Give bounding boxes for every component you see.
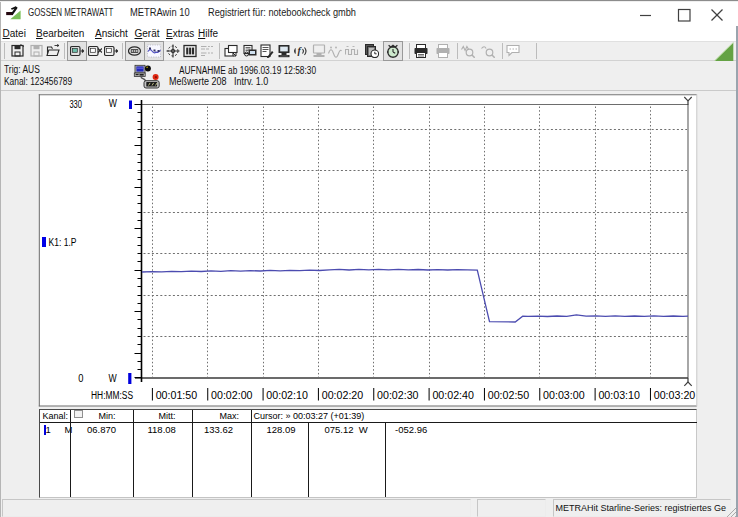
svg-text:00:03:20: 00:03:20	[654, 389, 696, 401]
svg-text:00:01:50: 00:01:50	[156, 389, 198, 401]
svg-text:00:03:00: 00:03:00	[543, 389, 585, 401]
svg-text:00:02:20: 00:02:20	[322, 389, 364, 401]
svg-text:00:02:40: 00:02:40	[432, 389, 474, 401]
svg-text:00:02:00: 00:02:00	[211, 389, 253, 401]
svg-text:00:03:10: 00:03:10	[598, 389, 640, 401]
svg-text:K1: 1.P: K1: 1.P	[49, 237, 77, 248]
svg-text:00:02:10: 00:02:10	[266, 389, 308, 401]
svg-text:00:02:30: 00:02:30	[377, 389, 419, 401]
svg-text:W: W	[109, 98, 118, 109]
svg-text:HH:MM:SS: HH:MM:SS	[91, 390, 133, 401]
svg-text:00:02:50: 00:02:50	[488, 389, 530, 401]
svg-text:330: 330	[69, 98, 82, 110]
svg-text:f: f	[298, 45, 303, 56]
svg-text:W: W	[109, 373, 118, 384]
svg-text:0: 0	[78, 372, 83, 384]
